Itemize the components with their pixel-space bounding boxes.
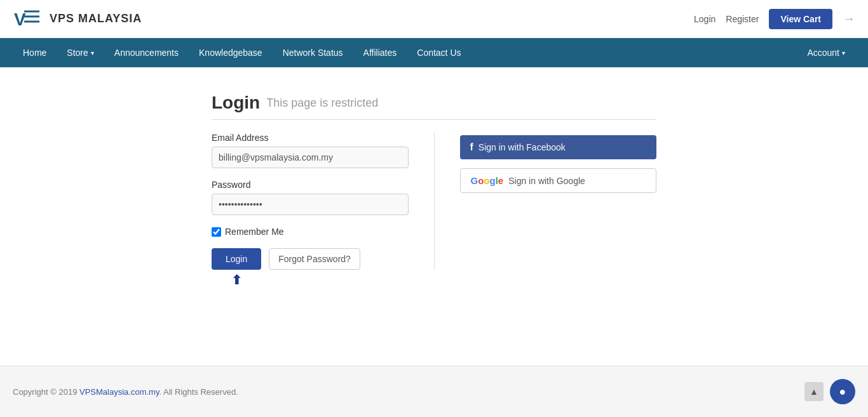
login-button[interactable]: Login: [212, 248, 261, 270]
nav-affiliates[interactable]: Affiliates: [353, 38, 407, 67]
email-group: Email Address: [212, 133, 409, 168]
login-form: Email Address Password Remember Me Login…: [212, 133, 409, 270]
page-wrapper: Login This page is restricted Email Addr…: [212, 93, 656, 270]
footer-copyright: Copyright © 2019 VPSMalaysia.com.my. All…: [13, 387, 238, 397]
scroll-top-button[interactable]: ▲: [804, 382, 824, 401]
account-arrow: ▾: [842, 50, 845, 56]
chat-bubble-button[interactable]: ●: [830, 379, 855, 404]
email-input[interactable]: [212, 147, 409, 168]
login-btn-wrapper: Login ⬆: [212, 248, 261, 270]
nav-bar: Home Store ▾ Announcements Knowledgebase…: [0, 38, 868, 67]
forgot-password-button[interactable]: Forgot Password?: [269, 248, 360, 270]
remember-me-checkbox[interactable]: [212, 227, 221, 237]
cursor-arrow-icon: ⬆: [231, 272, 242, 288]
nav-right: Account ▾: [797, 38, 855, 67]
footer-right: ▲ ●: [804, 379, 855, 404]
google-signin-button[interactable]: Google Sign in with Google: [460, 168, 657, 193]
logo-icon: V: [13, 6, 44, 32]
facebook-label: Sign in with Facebook: [478, 142, 566, 152]
social-login: f Sign in with Facebook Google Sign in w…: [460, 133, 657, 270]
logo-text: VPS MALAYSIA: [50, 12, 142, 25]
facebook-signin-button[interactable]: f Sign in with Facebook: [460, 135, 657, 159]
nav-account[interactable]: Account ▾: [797, 38, 855, 67]
register-link[interactable]: Register: [726, 14, 759, 24]
password-group: Password: [212, 180, 409, 215]
page-title: Login: [212, 93, 260, 113]
page-heading: Login This page is restricted: [212, 93, 656, 120]
nav-home[interactable]: Home: [13, 38, 57, 67]
google-label: Sign in with Google: [508, 176, 585, 186]
logo-area: V VPS MALAYSIA: [13, 6, 142, 32]
main-content: Login This page is restricted Email Addr…: [0, 67, 868, 366]
svg-text:V: V: [14, 10, 26, 29]
remember-me-label: Remember Me: [225, 227, 284, 237]
nav-store[interactable]: Store ▾: [57, 38, 104, 67]
top-bar: V VPS MALAYSIA Login Register View Cart …: [0, 0, 868, 38]
nav-knowledgebase[interactable]: Knowledgebase: [189, 38, 273, 67]
footer-site-link[interactable]: VPSMalaysia.com.my: [79, 387, 159, 397]
facebook-icon: f: [470, 142, 473, 153]
store-arrow: ▾: [91, 50, 94, 56]
form-actions: Login ⬆ Forgot Password?: [212, 248, 409, 270]
logout-icon[interactable]: →: [843, 11, 855, 26]
view-cart-button[interactable]: View Cart: [769, 9, 832, 29]
nav-network-status[interactable]: Network Status: [273, 38, 353, 67]
login-link[interactable]: Login: [694, 14, 715, 24]
email-label: Email Address: [212, 133, 409, 143]
nav-contact-us[interactable]: Contact Us: [407, 38, 471, 67]
top-right-area: Login Register View Cart →: [694, 9, 855, 29]
nav-announcements[interactable]: Announcements: [104, 38, 189, 67]
remember-me-group: Remember Me: [212, 227, 409, 237]
password-label: Password: [212, 180, 409, 190]
page-subtitle: This page is restricted: [266, 96, 378, 110]
form-social-wrapper: Email Address Password Remember Me Login…: [212, 133, 656, 270]
password-input[interactable]: [212, 194, 409, 215]
chat-icon: ●: [839, 385, 846, 399]
google-icon: Google: [471, 175, 504, 186]
footer: Copyright © 2019 VPSMalaysia.com.my. All…: [0, 366, 868, 417]
form-divider: [434, 133, 435, 270]
